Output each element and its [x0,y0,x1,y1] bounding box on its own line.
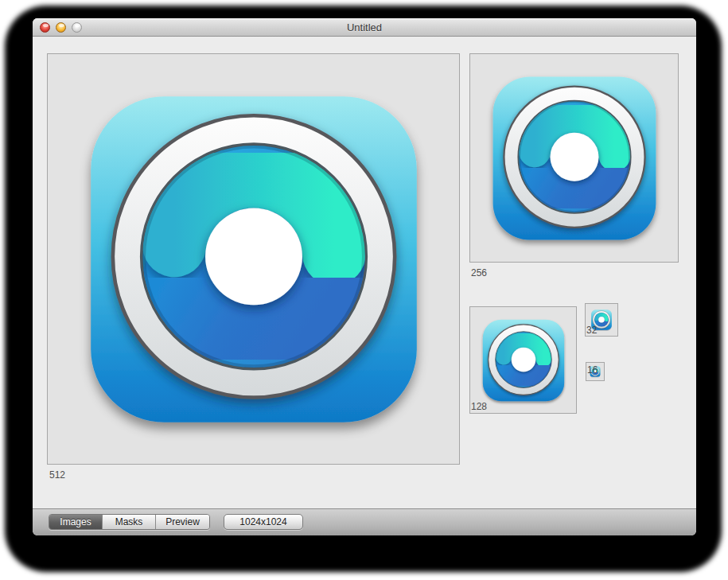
size-label-512: 512 [49,469,65,481]
title-bar[interactable]: Untitled [33,18,696,37]
tab-images[interactable]: Images [49,515,103,529]
size-1024-button[interactable]: 1024x1024 [224,514,303,530]
size-label-128: 128 [471,401,487,412]
icon-well-256[interactable] [469,53,679,263]
size-label-16: 16 [587,364,598,376]
bottom-toolbar: Images Masks Preview 1024x1024 [33,508,696,535]
window-title: Untitled [33,21,696,33]
tab-masks[interactable]: Masks [103,515,156,529]
app-icon-512 [50,56,457,463]
tab-preview[interactable]: Preview [156,515,209,529]
icon-well-512[interactable] [47,53,460,465]
size-label-256: 256 [471,267,487,278]
content-area: 512 256 128 32 [33,37,696,508]
view-segmented-control: Images Masks Preview [49,514,210,530]
app-icon-256 [473,56,676,260]
app-icon-128 [473,309,574,411]
icon-well-128[interactable] [469,306,577,414]
app-window: Untitled 512 256 12 [33,18,696,535]
size-label-32: 32 [586,325,597,336]
screenshot-stage: Untitled 512 256 12 [0,0,728,580]
